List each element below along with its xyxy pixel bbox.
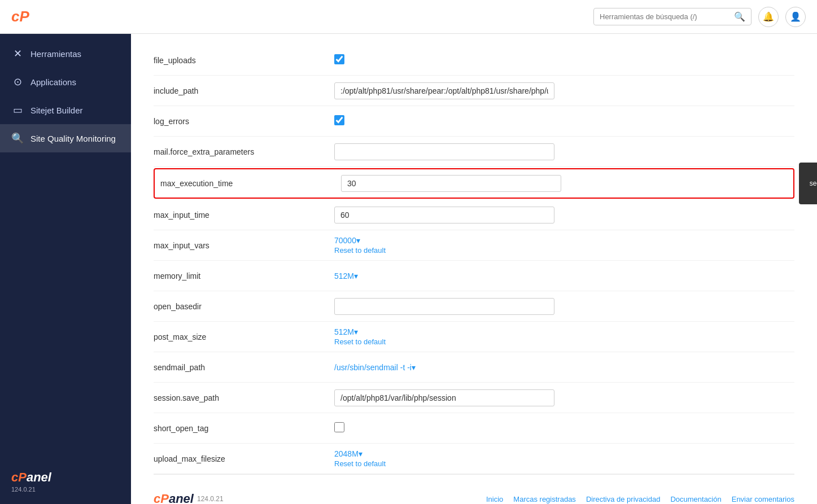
value-memory-limit: 512M▾ xyxy=(334,271,794,281)
value-open-basedir xyxy=(334,298,794,315)
dropdown-upload-max-filesize[interactable]: 2048M▾ xyxy=(334,449,794,458)
row-session-save-path: session.save_path xyxy=(154,383,794,413)
label-max-execution-time: max_execution_time xyxy=(160,179,341,188)
row-include-path: include_path xyxy=(154,76,794,106)
upload-max-filesize-controls: 2048M▾ Reset to default xyxy=(334,449,794,468)
sidebar-footer-logo: cPanel xyxy=(11,470,120,485)
input-include-path[interactable] xyxy=(334,82,554,99)
site-quality-icon: 🔍 xyxy=(11,132,24,144)
label-memory-limit: memory_limit xyxy=(154,271,334,281)
footer-link-inicio[interactable]: Inicio xyxy=(486,495,503,503)
sidebar-label-herramientas: Herramientas xyxy=(30,49,81,59)
value-mail-force xyxy=(334,143,794,160)
label-max-input-time: max_input_time xyxy=(154,211,334,220)
row-max-input-time: max_input_time xyxy=(154,200,794,230)
row-post-max-size: post_max_size 512M▾ Reset to default xyxy=(154,322,794,352)
sidebar-item-herramientas[interactable]: ✕ Herramientas xyxy=(0,40,131,68)
label-log-errors: log_errors xyxy=(154,117,334,126)
footer-version: 124.0.21 xyxy=(197,495,224,503)
user-account-button[interactable]: 👤 xyxy=(785,7,806,27)
value-max-input-vars: 70000▾ Reset to default xyxy=(334,236,794,255)
label-session-save-path: session.save_path xyxy=(154,393,334,402)
row-max-input-vars: max_input_vars 70000▾ Reset to default xyxy=(154,230,794,261)
search-icon-button[interactable]: 🔍 xyxy=(734,11,745,22)
input-max-execution-time[interactable] xyxy=(341,175,561,192)
reset-post-max-size[interactable]: Reset to default xyxy=(334,338,794,346)
footer-link-comentarios[interactable]: Enviar comentarios xyxy=(732,495,794,503)
dropdown-sendmail-path[interactable]: /usr/sbin/sendmail -t -i▾ xyxy=(334,363,416,372)
sidebar-label-applications: Applications xyxy=(30,77,76,87)
row-file-uploads: file_uploads xyxy=(154,45,794,76)
row-open-basedir: open_basedir xyxy=(154,291,794,322)
checkbox-short-open-tag[interactable] xyxy=(334,422,344,432)
dropdown-max-input-vars[interactable]: 70000▾ xyxy=(334,236,794,245)
row-max-execution-time: max_execution_time The maximum time in s… xyxy=(154,168,794,199)
main-layout: ✕ Herramientas ⊙ Applications ▭ Sitejet … xyxy=(0,34,817,504)
value-short-open-tag xyxy=(334,422,794,434)
label-short-open-tag: short_open_tag xyxy=(154,424,334,433)
herramientas-icon: ✕ xyxy=(11,47,24,60)
footer-link-documentacion[interactable]: Documentación xyxy=(670,495,721,503)
main-content: file_uploads include_path log_errors mai… xyxy=(131,34,817,504)
value-upload-max-filesize: 2048M▾ Reset to default xyxy=(334,449,794,468)
value-include-path xyxy=(334,82,794,99)
search-input[interactable] xyxy=(600,12,734,21)
dropdown-post-max-size[interactable]: 512M▾ xyxy=(334,327,794,336)
post-max-size-controls: 512M▾ Reset to default xyxy=(334,327,794,346)
sidebar-label-site-quality: Site Quality Monitoring xyxy=(30,134,116,143)
row-short-open-tag: short_open_tag xyxy=(154,413,794,444)
row-upload-max-filesize: upload_max_filesize 2048M▾ Reset to defa… xyxy=(154,444,794,474)
sidebar-item-applications[interactable]: ⊙ Applications xyxy=(0,68,131,96)
sidebar-item-site-quality[interactable]: 🔍 Site Quality Monitoring xyxy=(0,124,131,152)
sidebar: ✕ Herramientas ⊙ Applications ▭ Sitejet … xyxy=(0,34,131,504)
value-sendmail-path: /usr/sbin/sendmail -t -i▾ xyxy=(334,363,794,372)
main-footer: cPanel 124.0.21 Inicio Marcas registrada… xyxy=(154,474,794,504)
label-sendmail-path: sendmail_path xyxy=(154,363,334,372)
header-logo: cPanel xyxy=(11,8,59,25)
value-max-execution-time: The maximum time in seconds a script is … xyxy=(341,175,788,192)
header: cPanel 🔍 🔔 👤 xyxy=(0,0,817,34)
sidebar-footer: cPanel 124.0.21 xyxy=(0,459,131,504)
max-execution-time-tooltip: The maximum time in seconds a script is … xyxy=(799,163,817,204)
label-include-path: include_path xyxy=(154,86,334,95)
checkbox-log-errors[interactable] xyxy=(334,115,344,125)
label-max-input-vars: max_input_vars xyxy=(154,241,334,250)
row-mail-force: mail.force_extra_parameters xyxy=(154,137,794,167)
notifications-button[interactable]: 🔔 xyxy=(758,7,779,27)
label-mail-force: mail.force_extra_parameters xyxy=(154,147,334,156)
value-file-uploads xyxy=(334,54,794,66)
footer-links: Inicio Marcas registradas Directiva de p… xyxy=(486,495,794,503)
reset-upload-max-filesize[interactable]: Reset to default xyxy=(334,459,794,468)
checkbox-file-uploads[interactable] xyxy=(334,54,344,64)
reset-max-input-vars[interactable]: Reset to default xyxy=(334,246,794,255)
sitejet-icon: ▭ xyxy=(11,104,24,116)
label-open-basedir: open_basedir xyxy=(154,302,334,311)
value-post-max-size: 512M▾ Reset to default xyxy=(334,327,794,346)
input-max-input-time[interactable] xyxy=(334,207,554,223)
label-file-uploads: file_uploads xyxy=(154,56,334,65)
sidebar-item-sitejet[interactable]: ▭ Sitejet Builder xyxy=(0,96,131,124)
value-max-input-time xyxy=(334,207,794,223)
applications-icon: ⊙ xyxy=(11,76,24,88)
sidebar-version: 124.0.21 xyxy=(11,486,120,493)
row-sendmail-path: sendmail_path /usr/sbin/sendmail -t -i▾ xyxy=(154,352,794,383)
sidebar-label-sitejet: Sitejet Builder xyxy=(30,106,83,115)
footer-logo: cPanel 124.0.21 xyxy=(154,492,224,504)
max-input-vars-controls: 70000▾ Reset to default xyxy=(334,236,794,255)
input-mail-force[interactable] xyxy=(334,143,554,160)
row-log-errors: log_errors xyxy=(154,106,794,137)
label-post-max-size: post_max_size xyxy=(154,332,334,341)
value-session-save-path xyxy=(334,389,794,406)
input-open-basedir[interactable] xyxy=(334,298,554,315)
header-controls: 🔍 🔔 👤 xyxy=(593,7,806,27)
dropdown-memory-limit[interactable]: 512M▾ xyxy=(334,271,358,281)
value-log-errors xyxy=(334,115,794,127)
footer-link-privacidad[interactable]: Directiva de privacidad xyxy=(586,495,661,503)
label-upload-max-filesize: upload_max_filesize xyxy=(154,454,334,463)
row-memory-limit: memory_limit 512M▾ xyxy=(154,261,794,291)
input-session-save-path[interactable] xyxy=(334,389,554,406)
footer-link-marcas[interactable]: Marcas registradas xyxy=(513,495,576,503)
search-bar: 🔍 xyxy=(593,8,752,25)
